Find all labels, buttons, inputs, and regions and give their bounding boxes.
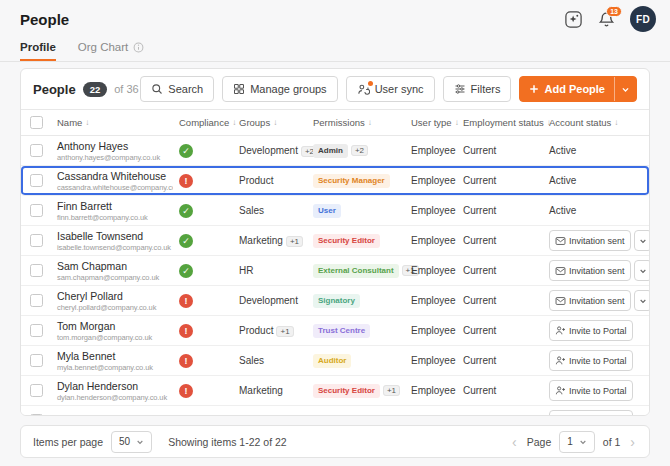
avatar[interactable]: FD xyxy=(630,6,656,32)
table-row[interactable]: Tom Morgan tom.morgan@company.co.uk ! Pr… xyxy=(21,316,649,346)
sort-icon[interactable]: ↓ xyxy=(85,118,89,127)
account-status-cell: Invite to Portal xyxy=(543,320,649,341)
permission-badge: Security Manager xyxy=(313,174,390,188)
person-name: Finn Barrett xyxy=(57,200,173,212)
chevron-down-icon xyxy=(579,438,587,446)
permission-badge: User xyxy=(313,204,341,218)
person-email: isabelle.townsend@company.co.uk xyxy=(57,243,173,252)
account-status-cell: Invitation sent xyxy=(543,260,650,281)
invitation-sent-button[interactable]: Invitation sent xyxy=(549,260,631,281)
table-row[interactable]: Dylan Henderson dylan.henderson@company.… xyxy=(21,376,649,406)
row-checkbox[interactable] xyxy=(30,384,43,397)
column-header-name[interactable]: Name↓ xyxy=(51,117,173,128)
group-name: Development xyxy=(239,295,298,306)
add-people-dropdown-button[interactable] xyxy=(615,77,636,101)
row-checkbox[interactable] xyxy=(30,294,43,307)
sort-icon[interactable]: ↓ xyxy=(614,118,618,127)
row-checkbox[interactable] xyxy=(30,324,43,337)
group-name: Product xyxy=(239,175,273,186)
invitation-dropdown-button[interactable] xyxy=(634,290,650,311)
invitation-dropdown-button[interactable] xyxy=(634,260,650,281)
select-all-checkbox[interactable] xyxy=(30,116,43,129)
group-name: Development xyxy=(239,145,298,156)
person-name: Cassandra Whitehouse xyxy=(57,170,173,182)
row-checkbox[interactable] xyxy=(30,234,43,247)
prev-page-button[interactable]: ‹ xyxy=(510,435,519,449)
table-body: Anthony Hayes anthony.hayes@company.co.u… xyxy=(21,136,649,416)
table-row[interactable]: Farzana Griffith Invite to Portal xyxy=(21,406,649,416)
column-header-permissions[interactable]: Permissions↓ xyxy=(307,117,405,128)
invitation-dropdown-button[interactable] xyxy=(634,230,650,251)
items-per-page-select[interactable]: 50 xyxy=(111,431,152,453)
manage-groups-button[interactable]: Manage groups xyxy=(222,76,337,102)
row-checkbox[interactable] xyxy=(30,264,43,277)
person-name: Isabelle Townsend xyxy=(57,230,173,242)
permission-badge: Trust Centre xyxy=(313,324,370,338)
table-row[interactable]: Isabelle Townsend isabelle.townsend@comp… xyxy=(21,226,649,256)
invite-to-portal-button[interactable]: Invite to Portal xyxy=(549,350,633,371)
row-checkbox[interactable] xyxy=(30,414,43,416)
invitation-sent-button[interactable]: Invitation sent xyxy=(549,290,631,311)
table-row[interactable]: Finn Barrett finn.barrett@company.co.uk … xyxy=(21,196,649,226)
next-page-button[interactable]: › xyxy=(628,435,637,449)
tab-org-chart[interactable]: Org Chart xyxy=(78,41,145,61)
table-row[interactable]: Anthony Hayes anthony.hayes@company.co.u… xyxy=(21,136,649,166)
filters-icon xyxy=(454,83,466,95)
row-checkbox[interactable] xyxy=(30,144,43,157)
employment-status: Current xyxy=(457,385,543,396)
column-header-compliance[interactable]: Compliance↓ xyxy=(173,117,233,128)
pagination-bar: Items per page 50 Showing items 1-22 of … xyxy=(20,425,650,458)
invite-user-icon xyxy=(555,325,566,336)
search-icon xyxy=(151,83,163,95)
table-row[interactable]: Cassandra Whitehouse cassandra.whitehous… xyxy=(21,166,649,196)
invite-to-portal-button[interactable]: Invite to Portal xyxy=(549,380,633,401)
filters-button[interactable]: Filters xyxy=(443,76,512,102)
employment-status: Current xyxy=(457,265,543,276)
chevron-down-icon xyxy=(136,438,144,446)
user-type: Employee xyxy=(405,295,457,306)
compliance-icon: ✓ xyxy=(179,234,193,248)
employment-status: Current xyxy=(457,325,543,336)
add-people-button[interactable]: Add People xyxy=(520,77,614,101)
tab-bar: Profile Org Chart xyxy=(0,38,670,62)
column-header-user-type[interactable]: User type↓ xyxy=(405,117,457,128)
permission-badge: Security Editor xyxy=(313,384,380,398)
notifications-button[interactable]: 13 xyxy=(598,11,615,28)
person-email: cassandra.whitehouse@company.co.uk xyxy=(57,183,173,192)
column-header-groups[interactable]: Groups↓ xyxy=(233,117,307,128)
user-sync-button[interactable]: User sync xyxy=(346,76,435,102)
compliance-icon: ! xyxy=(179,174,193,188)
people-table-card: People 22 of 36 Search Manage groups xyxy=(20,68,650,416)
table-row[interactable]: Myla Bennet myla.bennet@company.co.uk ! … xyxy=(21,346,649,376)
compliance-icon: ✓ xyxy=(179,204,193,218)
group-name: Sales xyxy=(239,205,264,216)
person-email: finn.barrett@company.co.uk xyxy=(57,213,173,222)
column-header-account-status[interactable]: Account status↓ xyxy=(543,117,649,128)
row-checkbox[interactable] xyxy=(30,204,43,217)
invitation-sent-button[interactable]: Invitation sent xyxy=(549,230,631,251)
sort-icon[interactable]: ↓ xyxy=(273,118,277,127)
page-select[interactable]: 1 xyxy=(559,431,595,453)
search-button[interactable]: Search xyxy=(140,76,214,102)
employment-status: Current xyxy=(457,145,543,156)
chevron-down-icon xyxy=(639,267,647,275)
invite-to-portal-button[interactable]: Invite to Portal xyxy=(549,410,633,416)
ai-assistant-button[interactable] xyxy=(564,10,583,29)
tab-profile[interactable]: Profile xyxy=(20,41,56,61)
showing-items-text: Showing items 1-22 of 22 xyxy=(168,436,286,448)
notification-badge: 13 xyxy=(606,6,622,17)
table-row[interactable]: Sam Chapman sam.chapman@company.co.uk ✓ … xyxy=(21,256,649,286)
page-total: of 1 xyxy=(603,436,621,448)
user-type: Employee xyxy=(405,205,457,216)
account-status-text: Active xyxy=(549,175,576,186)
table-row[interactable]: Cheryl Pollard cheryl.pollard@company.co… xyxy=(21,286,649,316)
column-header-employment-status[interactable]: Employment status↓ xyxy=(457,117,543,128)
row-checkbox[interactable] xyxy=(30,174,43,187)
row-checkbox[interactable] xyxy=(30,354,43,367)
person-name: Myla Bennet xyxy=(57,350,173,362)
user-type: Employee xyxy=(405,385,457,396)
invite-to-portal-button[interactable]: Invite to Portal xyxy=(549,320,633,341)
sort-icon[interactable]: ↓ xyxy=(368,118,372,127)
permission-extra-chip: +1 xyxy=(383,385,400,396)
group-name: Marketing xyxy=(239,385,283,396)
